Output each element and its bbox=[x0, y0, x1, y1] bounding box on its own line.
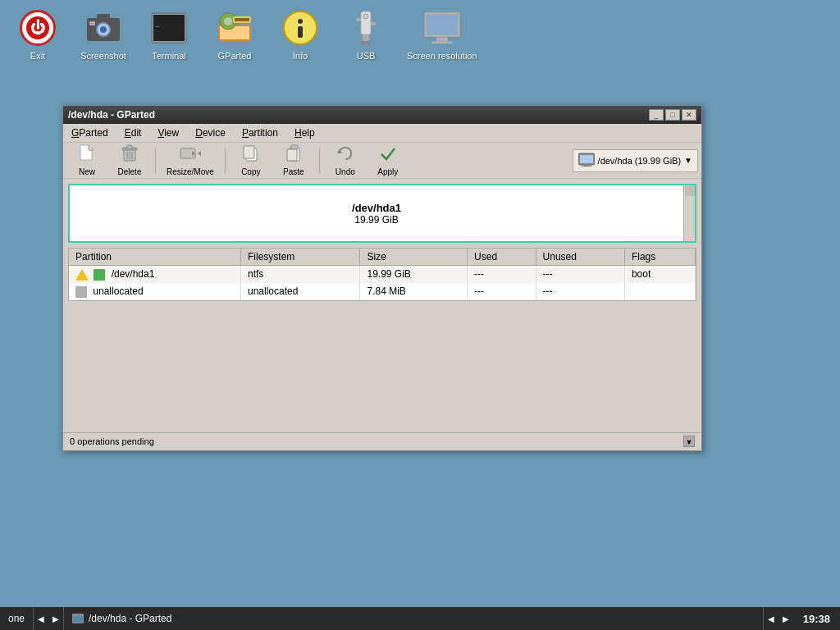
screen-resolution-button[interactable]: Screen resolution bbox=[407, 8, 477, 61]
taskbar-window-title: /dev/hda - GParted bbox=[89, 613, 171, 624]
status-bar: 0 operations pending ▼ bbox=[63, 432, 701, 450]
size-value: 7.84 MiB bbox=[360, 283, 468, 300]
info-label: Info bbox=[293, 51, 308, 61]
disk-scrollbar[interactable] bbox=[683, 185, 695, 241]
status-scrollbar[interactable]: ▼ bbox=[683, 436, 695, 447]
undo-button[interactable]: Undo bbox=[325, 145, 366, 176]
menu-device[interactable]: Device bbox=[190, 126, 231, 140]
size-value: 19.99 GiB bbox=[360, 266, 468, 283]
apply-icon bbox=[379, 144, 397, 167]
unused-value: --- bbox=[536, 283, 624, 300]
exit-button[interactable]: ⏻ Exit bbox=[13, 8, 62, 61]
terminal-button[interactable]: _ Terminal bbox=[144, 8, 194, 61]
device-dropdown-arrow: ▼ bbox=[684, 156, 692, 165]
screenshot-icon bbox=[84, 8, 123, 48]
maximize-button[interactable]: □ bbox=[665, 109, 680, 121]
table-row[interactable]: /dev/hda1 ntfs 19.99 GiB --- --- boot bbox=[69, 266, 696, 283]
exit-icon: ⏻ bbox=[18, 8, 57, 48]
disk-partition-size: 19.99 GiB bbox=[354, 214, 398, 226]
toolbar-sep-3 bbox=[319, 148, 320, 173]
workspace-label: one bbox=[0, 607, 34, 630]
disk-partition-name: /dev/hda1 bbox=[352, 202, 401, 214]
clock-arrows: ◀ ▶ bbox=[764, 607, 793, 630]
gparted-window: /dev/hda - GParted _ □ ✕ GParted Edit Vi… bbox=[62, 105, 702, 451]
delete-button[interactable]: Delete bbox=[109, 145, 150, 176]
table-row[interactable]: unallocated unallocated 7.84 MiB --- --- bbox=[69, 283, 696, 300]
close-button[interactable]: ✕ bbox=[682, 109, 696, 121]
svg-rect-17 bbox=[298, 26, 303, 38]
fs-icon-grey bbox=[75, 286, 87, 298]
screenshot-button[interactable]: Screenshot bbox=[79, 8, 128, 61]
warning-icon bbox=[75, 269, 89, 281]
copy-label: Copy bbox=[241, 167, 260, 176]
exit-label: Exit bbox=[30, 51, 45, 61]
gparted-button[interactable]: GParted bbox=[210, 8, 259, 61]
menu-help[interactable]: Help bbox=[290, 126, 320, 140]
minimize-button[interactable]: _ bbox=[649, 109, 664, 121]
svg-rect-26 bbox=[436, 38, 447, 42]
col-flags: Flags bbox=[624, 249, 695, 266]
menu-partition[interactable]: Partition bbox=[237, 126, 283, 140]
menu-edit[interactable]: Edit bbox=[120, 126, 147, 140]
delete-label: Delete bbox=[118, 167, 142, 176]
usb-icon bbox=[346, 8, 386, 48]
taskbar-window-button[interactable]: /dev/hda - GParted bbox=[64, 607, 764, 630]
new-icon bbox=[78, 144, 96, 167]
svg-rect-14 bbox=[235, 18, 249, 21]
col-unused: Unused bbox=[536, 249, 624, 266]
filesystem-value: unallocated bbox=[241, 283, 360, 300]
bottom-taskbar: one ◀ ▶ /dev/hda - GParted ◀ ▶ 19:38 bbox=[0, 607, 840, 630]
svg-text:_: _ bbox=[155, 19, 160, 27]
workspace-prev-arrow[interactable]: ◀ ▶ bbox=[34, 607, 64, 630]
partition-name: unallocated bbox=[69, 283, 241, 300]
col-used: Used bbox=[468, 249, 536, 266]
taskbar-window-icon bbox=[72, 614, 84, 623]
menu-gparted[interactable]: GParted bbox=[66, 126, 113, 140]
resize-move-button[interactable]: Resize/Move bbox=[161, 145, 220, 176]
svg-rect-50 bbox=[73, 616, 83, 623]
next-workspace-button[interactable]: ▶ bbox=[48, 607, 63, 630]
new-label: New bbox=[79, 167, 95, 176]
terminal-icon: _ bbox=[149, 8, 189, 48]
gparted-label: GParted bbox=[218, 51, 252, 61]
clock-prev-button[interactable]: ◀ bbox=[764, 607, 778, 630]
window-controls: _ □ ✕ bbox=[649, 109, 696, 121]
svg-rect-1 bbox=[97, 14, 110, 21]
col-partition: Partition bbox=[69, 249, 241, 266]
copy-button[interactable]: Copy bbox=[231, 145, 272, 176]
apply-button[interactable]: Apply bbox=[368, 145, 409, 176]
resize-move-icon bbox=[180, 144, 201, 167]
svg-rect-20 bbox=[361, 41, 371, 44]
svg-rect-43 bbox=[287, 149, 297, 161]
used-value: --- bbox=[468, 266, 536, 283]
svg-rect-46 bbox=[580, 155, 593, 163]
partition-name: /dev/hda1 bbox=[69, 266, 241, 283]
terminal-label: Terminal bbox=[152, 51, 186, 61]
device-icon bbox=[578, 152, 595, 170]
svg-rect-25 bbox=[427, 15, 458, 35]
new-button[interactable]: New bbox=[66, 145, 107, 176]
toolbar-sep-2 bbox=[225, 148, 226, 173]
status-text: 0 operations pending bbox=[70, 436, 154, 446]
flags-value: boot bbox=[624, 266, 695, 283]
undo-label: Undo bbox=[336, 167, 355, 176]
window-titlebar: /dev/hda - GParted _ □ ✕ bbox=[63, 106, 701, 124]
svg-marker-37 bbox=[198, 151, 201, 156]
svg-rect-32 bbox=[127, 145, 132, 148]
info-button[interactable]: Info bbox=[276, 8, 325, 61]
clock-next-button[interactable]: ▶ bbox=[778, 607, 793, 630]
svg-point-16 bbox=[298, 19, 303, 24]
device-label: /dev/hda (19.99 GiB) bbox=[598, 156, 682, 166]
paste-button[interactable]: Paste bbox=[273, 145, 314, 176]
clock: 19:38 bbox=[793, 613, 840, 625]
menu-view[interactable]: View bbox=[153, 126, 184, 140]
svg-rect-21 bbox=[356, 18, 361, 21]
undo-icon bbox=[336, 144, 354, 167]
device-selector[interactable]: /dev/hda (19.99 GiB) ▼ bbox=[573, 149, 698, 172]
svg-point-23 bbox=[363, 14, 368, 19]
toolbar: New Delete bbox=[63, 143, 701, 179]
svg-rect-47 bbox=[584, 164, 589, 166]
prev-workspace-button[interactable]: ◀ bbox=[34, 607, 48, 630]
usb-button[interactable]: USB bbox=[341, 8, 390, 61]
svg-rect-22 bbox=[371, 22, 376, 25]
